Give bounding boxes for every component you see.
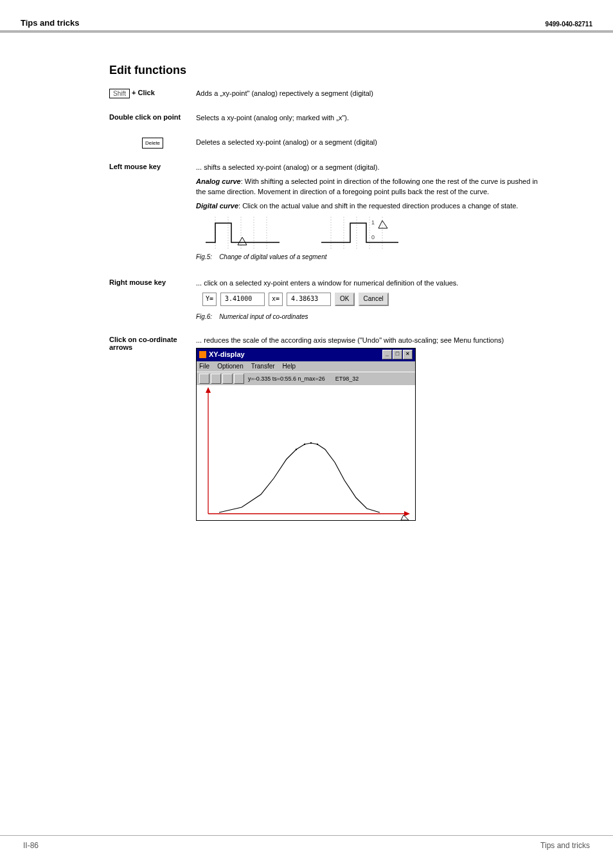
cancel-button[interactable]: Cancel bbox=[359, 293, 389, 306]
coarrows-desc: ... reduces the scale of the according a… bbox=[196, 336, 549, 346]
label-coord-arrows: Click on co-ordinate arrows bbox=[109, 336, 196, 351]
row-shift-click: Shift + Click Adds a „xy-point" (analog)… bbox=[109, 89, 549, 99]
row-double-click: Double click on point Selects a xy-point… bbox=[109, 113, 549, 123]
xy-plot-area[interactable] bbox=[197, 385, 415, 520]
xy-app-icon bbox=[199, 351, 206, 358]
row-coord-arrows: Click on co-ordinate arrows ... reduces … bbox=[109, 336, 549, 521]
xy-display-window: XY-display _ □ × File Optionen Transfer … bbox=[196, 348, 416, 521]
analog-desc: : With shifting a selected point in dire… bbox=[196, 177, 538, 195]
xy-menubar: File Optionen Transfer Help bbox=[197, 361, 415, 372]
menu-optionen[interactable]: Optionen bbox=[217, 362, 244, 372]
row-delete: Delete Deletes a selected xy-point (anal… bbox=[109, 138, 549, 149]
menu-file[interactable]: File bbox=[199, 362, 209, 372]
window-controls: _ □ × bbox=[382, 350, 413, 359]
row-left-mouse: Left mouse key ... shifts a selected xy-… bbox=[109, 163, 549, 262]
digital-diagram-left bbox=[202, 217, 280, 249]
tb-btn-2[interactable] bbox=[211, 374, 221, 384]
analog-label: Analog curve bbox=[196, 177, 241, 185]
desc-left-mouse: ... shifts a selected xy-point (analog) … bbox=[196, 163, 549, 262]
digital-diagram: 1 0 bbox=[202, 217, 549, 249]
page-footer: II-86 Tips and tricks bbox=[0, 835, 613, 856]
label-double-click: Double click on point bbox=[109, 113, 196, 121]
fig5-caption: Fig.5: Change of digital values of a seg… bbox=[196, 253, 549, 262]
desc-double-click: Selects a xy-point (analog only; marked … bbox=[196, 113, 549, 123]
svg-point-20 bbox=[310, 442, 312, 444]
xy-status: y=-0.335 ts=0:55.6 n_max=26 bbox=[248, 375, 325, 383]
label-left-mouse: Left mouse key bbox=[109, 163, 196, 170]
delete-key-icon: Delete bbox=[142, 138, 163, 149]
fig5-num: Fig.5: bbox=[196, 253, 212, 260]
x-input[interactable]: 4.38633 bbox=[287, 293, 331, 306]
tb-btn-1[interactable] bbox=[199, 374, 209, 384]
svg-marker-17 bbox=[404, 511, 410, 516]
footer-right: Tips and tricks bbox=[540, 841, 590, 850]
ok-button[interactable]: OK bbox=[335, 293, 354, 306]
leftmouse-analog: Analog curve: With shifting a selected p… bbox=[196, 177, 549, 197]
leftmouse-desc1: ... shifts a selected xy-point (analog) … bbox=[196, 163, 549, 173]
svg-marker-15 bbox=[206, 387, 211, 393]
plus-click-text: + Click bbox=[132, 89, 155, 96]
digital-label: Digital curve bbox=[196, 202, 238, 210]
header-left: Tips and tricks bbox=[21, 18, 80, 28]
page-header: Tips and tricks 9499-040-82711 bbox=[0, 0, 613, 33]
svg-point-21 bbox=[317, 444, 318, 445]
fig6-text: Numerical input of co-ordinates bbox=[219, 313, 308, 320]
desc-coord-arrows: ... reduces the scale of the according a… bbox=[196, 336, 549, 521]
svg-marker-13 bbox=[378, 221, 387, 228]
leftmouse-digital: Digital curve: Click on the actual value… bbox=[196, 201, 549, 212]
maximize-button[interactable]: □ bbox=[393, 350, 402, 359]
fig5-text: Change of digital values of a segment bbox=[219, 253, 326, 260]
label-right-mouse: Right mouse key bbox=[109, 278, 196, 286]
tb-btn-3[interactable] bbox=[222, 374, 233, 384]
desc-delete: Deletes a selected xy-point (analog) or … bbox=[196, 138, 549, 148]
numeric-input-dialog: Y= 3.41000 x= 4.38633 OK Cancel bbox=[202, 293, 389, 306]
x-label: x= bbox=[269, 293, 283, 306]
tb-btn-4[interactable] bbox=[234, 374, 244, 384]
svg-point-19 bbox=[304, 444, 305, 445]
content-area: Edit functions Shift + Click Adds a „xy-… bbox=[0, 33, 613, 521]
close-button[interactable]: × bbox=[403, 350, 413, 359]
y-input[interactable]: 3.41000 bbox=[220, 293, 265, 306]
label-shift-click: Shift + Click bbox=[109, 89, 196, 98]
shift-key-icon: Shift bbox=[109, 89, 130, 98]
xy-titlebar[interactable]: XY-display _ □ × bbox=[197, 348, 415, 361]
menu-help[interactable]: Help bbox=[283, 362, 296, 372]
svg-point-18 bbox=[296, 449, 297, 450]
rightmouse-desc: ... click on a selected xy-point enters … bbox=[196, 278, 549, 289]
xy-toolbar: y=-0.335 ts=0:55.6 n_max=26 ET98_32 bbox=[197, 372, 415, 385]
y-label: Y= bbox=[202, 293, 217, 306]
desc-shift-click: Adds a „xy-point" (analog) repectively a… bbox=[196, 89, 549, 99]
row-right-mouse: Right mouse key ... click on a selected … bbox=[109, 278, 549, 321]
label-delete: Delete bbox=[109, 138, 196, 149]
fig6-caption: Fig.6: Numerical input of co-ordinates bbox=[196, 312, 549, 322]
footer-left: II-86 bbox=[23, 841, 39, 850]
xy-title-text: XY-display bbox=[209, 350, 245, 360]
desc-right-mouse: ... click on a selected xy-point enters … bbox=[196, 278, 549, 321]
digital-desc: : Click on the actual value and shift in… bbox=[238, 202, 518, 210]
minimize-button[interactable]: _ bbox=[382, 350, 392, 359]
svg-text:1: 1 bbox=[371, 219, 375, 226]
header-right: 9499-040-82711 bbox=[546, 21, 592, 28]
svg-marker-5 bbox=[238, 237, 247, 245]
svg-text:0: 0 bbox=[371, 234, 375, 240]
section-title: Edit functions bbox=[109, 64, 549, 77]
xy-status2: ET98_32 bbox=[335, 375, 359, 383]
digital-diagram-right: 1 0 bbox=[318, 217, 402, 249]
menu-transfer[interactable]: Transfer bbox=[251, 362, 275, 372]
fig6-num: Fig.6: bbox=[196, 313, 212, 320]
